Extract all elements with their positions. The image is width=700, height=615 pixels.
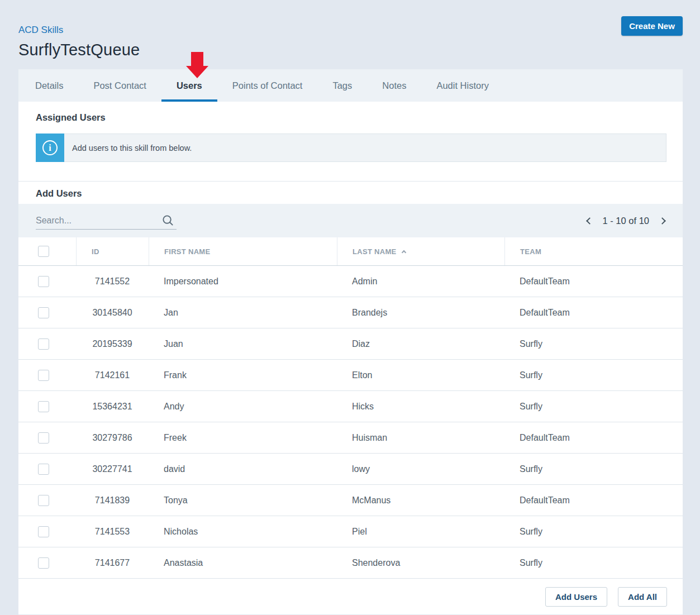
cell-team: Surfly [504,402,683,412]
table-toolbar: 1 - 10 of 10 [18,204,683,237]
table-row[interactable]: 7141552 Impersonated Admin DefaultTeam [18,266,683,297]
table-header-row: ID FIRST NAME LAST NAME TEAM [18,237,683,266]
cell-last-name: Brandejs [337,308,504,318]
previous-page-icon[interactable] [586,217,593,225]
table-row[interactable]: 7142161 Frank Elton Surfly [18,360,683,391]
table-row[interactable]: 7141839 Tonya McManus DefaultTeam [18,485,683,516]
cell-id: 15364231 [76,402,149,412]
cell-last-name: Elton [337,370,504,380]
users-table: ID FIRST NAME LAST NAME TEAM 7141552 Imp… [18,237,683,614]
cell-last-name: Shenderova [337,558,504,568]
cell-team: Surfly [504,339,683,349]
info-banner: i Add users to this skill from below. [36,134,666,162]
select-all-cell [18,237,76,265]
cell-last-name: McManus [337,495,504,506]
table-row[interactable]: 7141677 Anastasia Shenderova Surfly [18,547,683,579]
column-header-last-name[interactable]: LAST NAME [337,237,504,265]
sort-ascending-icon [401,250,406,255]
cell-id: 7141839 [76,495,149,506]
table-row[interactable]: 15364231 Andy Hicks Surfly [18,391,683,422]
cell-team: Surfly [504,558,683,568]
cell-id: 7141677 [76,558,149,568]
cell-team: Surfly [504,527,683,537]
cell-last-name: Admin [337,276,504,287]
cell-team: DefaultTeam [504,433,683,443]
row-checkbox[interactable] [38,495,49,506]
cell-team: Surfly [504,370,683,380]
cell-team: DefaultTeam [504,308,683,318]
cell-id: 30279786 [76,433,149,443]
cell-last-name: Piel [337,527,504,537]
cell-team: DefaultTeam [504,276,683,287]
tab-bar: Details Post Contact Users Points of Con… [18,69,683,102]
row-checkbox[interactable] [38,401,49,412]
row-checkbox[interactable] [38,339,49,350]
cell-first-name: Impersonated [149,276,337,287]
cell-last-name: Hicks [337,402,504,412]
tab-audit-history[interactable]: Audit History [421,69,504,102]
search-input[interactable] [36,216,161,226]
tab-notes[interactable]: Notes [367,69,421,102]
row-checkbox[interactable] [38,432,49,444]
cell-id: 30145840 [76,308,149,318]
cell-last-name: lowy [337,464,504,474]
pagination-range: 1 - 10 of 10 [603,216,649,226]
select-all-checkbox[interactable] [38,246,49,257]
page-title: SurflyTestQueue [18,41,683,59]
tab-tags[interactable]: Tags [317,69,367,102]
add-users-button[interactable]: Add Users [545,587,607,607]
column-header-team[interactable]: TEAM [504,237,683,265]
cell-id: 30227741 [76,464,149,474]
create-new-button[interactable]: Create New [621,16,683,36]
table-row[interactable]: 20195339 Juan Diaz Surfly [18,328,683,360]
search-icon[interactable] [161,214,174,227]
row-checkbox[interactable] [38,557,49,569]
tab-details[interactable]: Details [20,69,78,102]
search-field [36,214,177,230]
info-banner-message: Add users to this skill from below. [64,134,666,162]
cell-id: 7141553 [76,527,149,537]
assigned-users-heading: Assigned Users [18,102,683,123]
table-row[interactable]: 30227741 david lowy Surfly [18,454,683,485]
tab-post-contact[interactable]: Post Contact [78,69,161,102]
column-header-first-name[interactable]: FIRST NAME [149,237,337,265]
row-checkbox[interactable] [38,276,49,287]
skill-detail-card: Details Post Contact Users Points of Con… [18,69,683,614]
cell-team: Surfly [504,464,683,474]
page-header: ACD Skills SurflyTestQueue Create New [18,0,683,59]
cell-first-name: Juan [149,339,337,349]
next-page-icon[interactable] [659,217,666,225]
cell-first-name: Jan [149,308,337,318]
cell-first-name: Anastasia [149,558,337,568]
cell-first-name: Freek [149,433,337,443]
cell-id: 20195339 [76,339,149,349]
cell-id: 7142161 [76,370,149,380]
row-checkbox[interactable] [38,464,49,475]
tab-points-of-contact[interactable]: Points of Contact [217,69,318,102]
tab-users[interactable]: Users [161,69,217,102]
cell-first-name: Tonya [149,495,337,506]
row-checkbox[interactable] [38,526,49,537]
cell-first-name: Andy [149,402,337,412]
breadcrumb[interactable]: ACD Skills [18,25,63,36]
table-body: 7141552 Impersonated Admin DefaultTeam 3… [18,266,683,579]
table-row[interactable]: 30145840 Jan Brandejs DefaultTeam [18,297,683,328]
table-row[interactable]: 7141553 Nicholas Piel Surfly [18,516,683,547]
cell-team: DefaultTeam [504,495,683,506]
row-checkbox[interactable] [38,307,49,318]
column-header-id[interactable]: ID [76,237,149,265]
row-checkbox[interactable] [38,370,49,381]
page: ACD Skills SurflyTestQueue Create New De… [0,0,700,614]
cell-first-name: Frank [149,370,337,380]
cell-last-name: Diaz [337,339,504,349]
add-users-heading: Add Users [18,182,683,199]
cell-first-name: Nicholas [149,527,337,537]
cell-id: 7141552 [76,276,149,287]
table-footer: Add Users Add All [18,579,683,614]
table-row[interactable]: 30279786 Freek Huisman DefaultTeam [18,422,683,454]
pagination: 1 - 10 of 10 [587,216,665,226]
info-icon: i [36,134,64,162]
cell-first-name: david [149,464,337,474]
add-all-button[interactable]: Add All [618,587,667,607]
cell-last-name: Huisman [337,433,504,443]
